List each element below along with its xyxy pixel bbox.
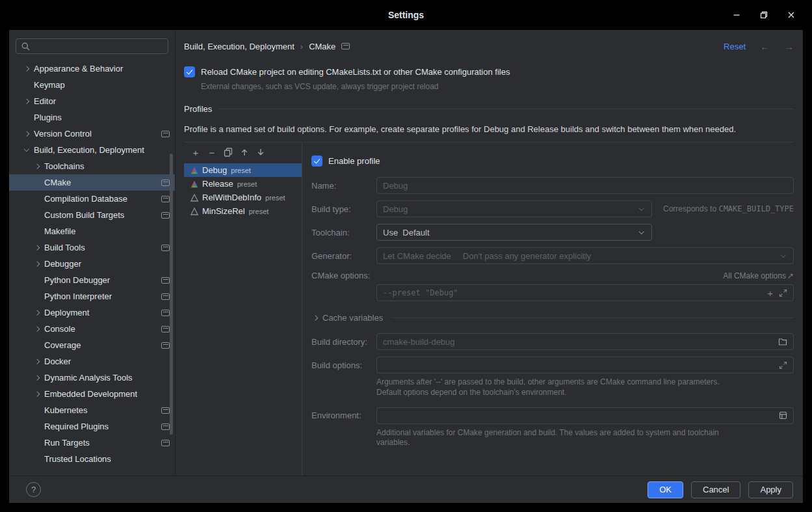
chevron-down-icon xyxy=(638,228,646,236)
forward-arrow-icon[interactable]: → xyxy=(784,41,794,52)
sidebar-item-cmake[interactable]: CMake xyxy=(9,174,175,191)
sidebar-item-label: Required Plugins xyxy=(44,422,109,431)
close-button[interactable] xyxy=(786,10,796,20)
project-level-icon xyxy=(341,43,350,49)
sidebar-item-label: Plugins xyxy=(34,113,62,122)
sidebar-item-version-control[interactable]: Version Control xyxy=(9,126,175,142)
sidebar-item-python-debugger[interactable]: Python Debugger xyxy=(9,272,175,288)
sidebar-item-console[interactable]: Console xyxy=(9,321,175,337)
expand-icon[interactable] xyxy=(779,289,787,297)
sidebar-item-editor[interactable]: Editor xyxy=(9,93,175,109)
sidebar-item-label: Debugger xyxy=(44,259,81,269)
sidebar-item-plugins[interactable]: Plugins xyxy=(9,109,175,126)
sidebar-item-coverage[interactable]: Coverage xyxy=(9,337,175,353)
move-down-button[interactable] xyxy=(255,147,266,157)
toolchain-select[interactable]: Use Default xyxy=(376,224,652,241)
all-cmake-options-link[interactable]: All CMake options ↗ xyxy=(723,271,794,280)
project-level-icon xyxy=(161,326,170,332)
chevron-right-icon xyxy=(33,358,41,366)
cancel-button[interactable]: Cancel xyxy=(691,481,740,498)
project-level-icon xyxy=(161,180,170,186)
sidebar-item-debugger[interactable]: Debugger xyxy=(9,256,175,272)
sidebar-item-compilation-database[interactable]: Compilation Database xyxy=(9,191,175,207)
profiles-section-header: Profiles xyxy=(184,104,794,114)
question-mark-icon: ? xyxy=(31,485,36,494)
reset-link[interactable]: Reset xyxy=(724,42,746,51)
apply-button[interactable]: Apply xyxy=(748,481,793,498)
sidebar-item-toolchains[interactable]: Toolchains xyxy=(9,158,175,174)
sidebar-item-label: Deployment xyxy=(44,308,89,317)
expand-icon[interactable] xyxy=(779,361,787,370)
project-level-icon xyxy=(161,196,170,202)
sidebar-item-kubernetes[interactable]: Kubernetes xyxy=(9,402,175,418)
settings-search[interactable] xyxy=(16,38,168,54)
build-directory-value: cmake-build-debug xyxy=(383,337,455,347)
sidebar-item-build-tools[interactable]: Build Tools xyxy=(9,239,175,256)
minimize-icon xyxy=(733,11,740,19)
profile-item-minsizerel[interactable]: MinSizeRel preset xyxy=(184,204,302,218)
profile-item-relwithdebinfo[interactable]: RelWithDebInfo preset xyxy=(184,191,302,204)
divider xyxy=(218,109,794,109)
folder-icon[interactable] xyxy=(778,338,787,346)
build-options-field xyxy=(376,357,794,373)
variables-browse-icon[interactable] xyxy=(779,411,787,420)
remove-profile-button[interactable]: − xyxy=(207,147,217,157)
cmake-icon xyxy=(190,167,198,174)
profile-name: Release xyxy=(202,179,233,189)
sidebar-item-build-execution-deployment[interactable]: Build, Execution, Deployment xyxy=(9,142,175,158)
sidebar-scrollbar[interactable] xyxy=(170,154,173,435)
settings-sidebar: Appearance & Behavior Keymap Editor Plug… xyxy=(9,30,176,476)
minimize-button[interactable] xyxy=(731,10,742,20)
cmake-icon xyxy=(190,180,198,188)
name-field: Debug xyxy=(376,177,794,194)
build-type-select: Debug xyxy=(376,200,652,217)
maximize-button[interactable] xyxy=(759,10,769,20)
sidebar-item-trusted-locations[interactable]: Trusted Locations xyxy=(9,451,175,467)
cache-variables-toggle[interactable]: Cache variables xyxy=(311,313,794,323)
sidebar-item-label: Python Interpreter xyxy=(44,291,112,301)
move-up-button[interactable] xyxy=(239,147,250,157)
chevron-right-icon xyxy=(33,244,41,252)
sidebar-item-label: CMake xyxy=(44,178,71,187)
build-type-label: Build type: xyxy=(311,204,376,214)
sidebar-item-deployment[interactable]: Deployment xyxy=(9,304,175,321)
search-input[interactable] xyxy=(34,42,163,51)
build-directory-field: cmake-build-debug xyxy=(376,333,794,350)
breadcrumb-current: CMake xyxy=(309,42,335,51)
sidebar-item-label: Editor xyxy=(34,96,56,106)
sidebar-item-label: Makefile xyxy=(44,226,75,236)
sidebar-item-label: Custom Build Targets xyxy=(44,210,124,220)
copy-profile-button[interactable] xyxy=(223,147,233,157)
sidebar-item-python-interpreter[interactable]: Python Interpreter xyxy=(9,288,175,304)
sidebar-item-label: Embedded Development xyxy=(44,389,137,399)
chevron-down-icon xyxy=(779,252,787,260)
environment-hint: Additional variables for CMake generatio… xyxy=(376,428,794,449)
sidebar-item-label: Toolchains xyxy=(44,161,84,171)
project-level-icon xyxy=(161,293,170,300)
profile-item-debug[interactable]: Debug preset xyxy=(184,163,302,177)
sidebar-item-keymap[interactable]: Keymap xyxy=(9,77,175,93)
reload-cmake-checkbox[interactable] xyxy=(184,66,195,77)
sidebar-item-docker[interactable]: Docker xyxy=(9,353,175,370)
sidebar-item-appearance-behavior[interactable]: Appearance & Behavior xyxy=(9,61,175,77)
ok-button[interactable]: OK xyxy=(648,481,683,498)
sidebar-item-embedded-development[interactable]: Embedded Development xyxy=(9,386,175,402)
sidebar-item-dynamic-analysis-tools[interactable]: Dynamic Analysis Tools xyxy=(9,370,175,386)
add-profile-button[interactable]: + xyxy=(190,147,201,157)
breadcrumb-parent[interactable]: Build, Execution, Deployment xyxy=(184,42,295,51)
sidebar-item-run-targets[interactable]: Run Targets xyxy=(9,435,175,451)
cmake-disabled-icon xyxy=(190,194,198,202)
back-arrow-icon[interactable]: ← xyxy=(760,41,770,52)
generator-select: Let CMake decide Don't pass any generato… xyxy=(376,247,794,264)
divider xyxy=(391,317,794,318)
enable-profile-checkbox[interactable] xyxy=(311,155,322,167)
profile-name: MinSizeRel xyxy=(202,206,245,216)
sidebar-item-label: Docker xyxy=(44,357,71,366)
sidebar-item-custom-build-targets[interactable]: Custom Build Targets xyxy=(9,207,175,223)
profile-item-release[interactable]: Release preset xyxy=(184,177,302,191)
add-option-icon[interactable]: + xyxy=(767,288,773,298)
sidebar-item-label: Run Targets xyxy=(44,438,90,448)
help-button[interactable]: ? xyxy=(26,482,41,497)
sidebar-item-required-plugins[interactable]: Required Plugins xyxy=(9,418,175,435)
sidebar-item-makefile[interactable]: Makefile xyxy=(9,223,175,239)
